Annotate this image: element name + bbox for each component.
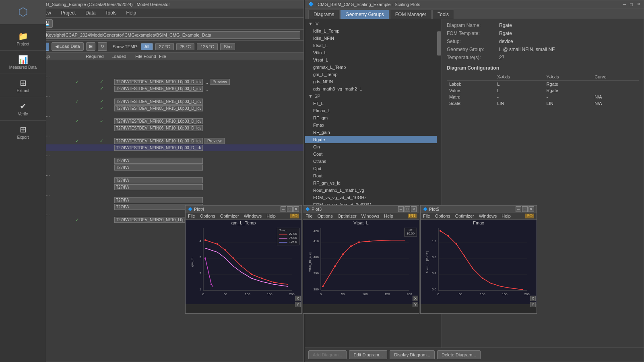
diagram-rgate[interactable]: Rgate — [305, 136, 442, 143]
plot4-x-btn[interactable]: X — [295, 296, 301, 301]
plot3-menu-windows[interactable]: Windows — [361, 214, 380, 218]
diagram-section-sp[interactable]: ▼ SP — [305, 93, 442, 100]
file-idvg-d6[interactable] — [114, 158, 203, 164]
plot3-menu-options[interactable]: Options — [318, 214, 333, 218]
file-idvd-d1[interactable] — [114, 86, 203, 92]
temp-all-btn[interactable]: All — [141, 43, 153, 50]
plot3-x-btn[interactable]: X — [413, 296, 418, 301]
plot5-close-icon[interactable]: ✕ — [528, 206, 534, 212]
plot3-menu-optimizer[interactable]: Optimizer — [338, 214, 357, 218]
plot4-y-btn[interactable]: Y — [295, 302, 301, 307]
load-data-btn[interactable]: ◀ Load Data — [52, 42, 84, 51]
tab-diagrams[interactable]: Diagrams — [308, 10, 339, 19]
dots-idvd-d1[interactable]: ... — [204, 86, 208, 91]
diagram-section-iv[interactable]: ▼ IV — [305, 20, 442, 27]
preview-btn-idvg-d5[interactable]: Preview — [204, 138, 225, 144]
diagram-fom-vg-vd[interactable]: FOM_vs_vg_vd_at_10GHz — [305, 194, 442, 201]
sidebar-item-extract[interactable]: ⊞ Extract — [0, 74, 46, 97]
file-idvg-d8[interactable] — [114, 197, 203, 203]
menu-tools[interactable]: Tools — [104, 9, 118, 16]
temp-75-btn[interactable]: 75 °C — [176, 43, 195, 50]
diagram-rf-gain[interactable]: RF_gain — [305, 129, 442, 136]
file-idvg-d4[interactable] — [114, 118, 203, 124]
file-idvd-d5-highlighted[interactable] — [114, 145, 203, 151]
plot5-menu-optimizer[interactable]: Optimizer — [455, 214, 474, 218]
temp-27-btn[interactable]: 27 °C — [155, 43, 174, 50]
sidebar-item-project[interactable]: 📁 Project — [0, 27, 46, 51]
file-idvg-d5[interactable] — [114, 138, 203, 144]
temp-125-btn[interactable]: 125 °C — [197, 43, 218, 50]
diagram-idlin-l-temp[interactable]: Idlin_L_Temp — [305, 27, 442, 35]
diagram-cin[interactable]: Cin — [305, 143, 442, 150]
temp-sho-btn[interactable]: Sho — [220, 43, 235, 50]
plot3-menu-help[interactable]: Help — [384, 214, 393, 218]
menu-help[interactable]: Help — [125, 9, 138, 16]
file-idvg-d7[interactable] — [114, 177, 203, 183]
plot5-y-btn[interactable]: Y — [530, 302, 536, 307]
sidebar-item-measured[interactable]: 📊 Measured Data — [0, 51, 46, 74]
diagram-gmmax-l-temp[interactable]: gmmax_L_Temp — [305, 64, 442, 71]
diagram-ctrans[interactable]: Ctrans — [305, 158, 442, 165]
plot4-minimize-icon[interactable]: ─ — [281, 206, 286, 212]
plot5-x-btn[interactable]: X — [530, 296, 536, 301]
refresh-btn[interactable]: ↻ — [98, 42, 107, 51]
tab-fom-manager[interactable]: FOM Manager — [390, 10, 431, 19]
dots-idvg-d1[interactable]: ... — [204, 80, 208, 84]
plot4-menu-help[interactable]: Help — [266, 214, 276, 218]
menu-data[interactable]: Data — [84, 9, 97, 16]
plot4-menu-optimizer[interactable]: Optimizer — [220, 214, 239, 218]
edit-diagram-btn[interactable]: Edit Diagram... — [349, 350, 387, 359]
plot3-menu-file[interactable]: File — [305, 214, 313, 218]
diagram-rout[interactable]: Rout — [305, 172, 442, 179]
plot5-menu-options[interactable]: Options — [435, 214, 450, 218]
file-idvd-d6[interactable] — [114, 165, 203, 171]
plot4-menu-windows[interactable]: Windows — [244, 214, 262, 218]
diagram-gds-nfin[interactable]: gds_NFIN — [305, 78, 442, 85]
sidebar-item-export[interactable]: ⊞ Export — [0, 121, 46, 144]
diagram-cpd[interactable]: Cpd — [305, 165, 442, 172]
plot5-menu-file[interactable]: File — [423, 214, 430, 218]
preview-btn-idvg-d1[interactable]: Preview — [210, 79, 230, 85]
plot5-menu-help[interactable]: Help — [502, 214, 511, 218]
file-idvg-d2[interactable] — [114, 99, 203, 105]
diagram-fmax[interactable]: Fmax — [305, 121, 442, 129]
diagram-rf-gm[interactable]: RF_gm — [305, 114, 442, 121]
add-diagram-btn[interactable]: Add Diagram... — [308, 350, 347, 359]
close-right-icon[interactable]: ✕ — [637, 2, 640, 7]
menu-project[interactable]: Project — [59, 9, 77, 16]
diagram-rf-gm-vs-id[interactable]: RF_gm_vs_id — [305, 179, 442, 187]
plot4-close-icon[interactable]: ✕ — [293, 206, 299, 212]
display-diagram-btn[interactable]: Display Diagram... — [390, 350, 435, 359]
plot5-minimize-icon[interactable]: ─ — [516, 206, 521, 212]
diagram-rout-math[interactable]: Rout_math1_L_math1_vg — [305, 187, 442, 194]
plot4-menu-options[interactable]: Options — [200, 214, 215, 218]
maximize-right-icon[interactable]: □ — [630, 2, 633, 7]
plot3-restore-icon[interactable]: □ — [405, 206, 410, 212]
file-idvd-d4[interactable] — [114, 125, 203, 131]
diagram-flmax-l[interactable]: Flmax_L — [305, 107, 442, 114]
diagram-ft-l[interactable]: FT_L — [305, 100, 442, 107]
plot3-y-btn[interactable]: Y — [413, 302, 418, 307]
plot4-menu-file[interactable]: File — [188, 214, 195, 218]
minimize-right-icon[interactable]: ─ — [623, 2, 626, 7]
file-idvg-d1[interactable] — [114, 79, 203, 85]
sidebar-item-verify[interactable]: ✔ Verify — [0, 97, 46, 121]
diagram-cout[interactable]: Cout — [305, 150, 442, 158]
diagram-vtlin-l[interactable]: Vtlin_L — [305, 49, 442, 56]
tab-tools[interactable]: Tools — [432, 10, 454, 19]
file-idvd-d2[interactable] — [114, 105, 203, 111]
plot5-menu-windows[interactable]: Windows — [479, 214, 497, 218]
plot4-restore-icon[interactable]: □ — [287, 206, 293, 212]
tab-geometry-groups[interactable]: Geometry Groups — [340, 10, 389, 19]
plot5-restore-icon[interactable]: □ — [522, 206, 528, 212]
delete-diagram-btn[interactable]: Delete Diagram... — [437, 350, 481, 359]
plot3-minimize-icon[interactable]: ─ — [398, 206, 404, 212]
data-dir-input[interactable] — [38, 31, 300, 39]
diagram-vtsat-l[interactable]: Vtsat_L — [305, 56, 442, 64]
plot3-close-icon[interactable]: ✕ — [411, 206, 417, 212]
diagram-idsat-l[interactable]: Idsat_L — [305, 42, 442, 49]
diagram-gm-l-temp[interactable]: gm_L_Temp — [305, 71, 442, 78]
grid-btn[interactable]: ⊞ — [86, 42, 95, 51]
diagram-idlin-nfin[interactable]: Idlin_NFIN — [305, 35, 442, 42]
file-idvd-d7[interactable] — [114, 184, 203, 190]
